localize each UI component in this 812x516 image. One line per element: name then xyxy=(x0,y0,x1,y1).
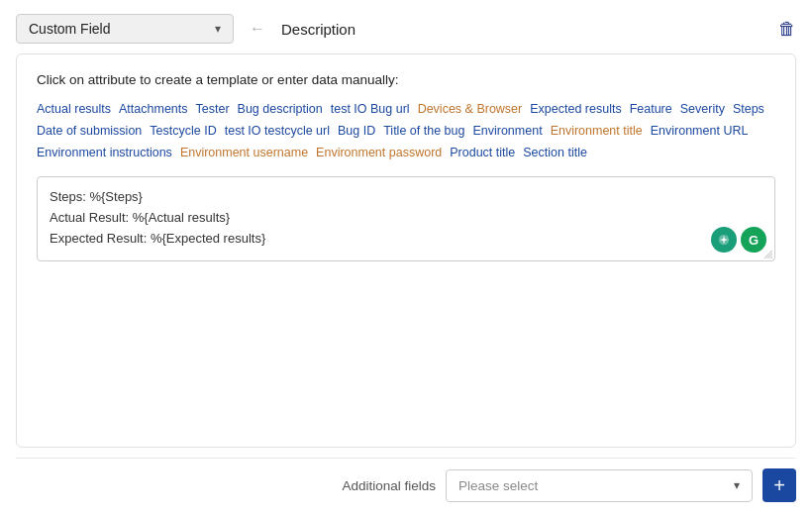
template-area: Steps: %{Steps} Actual Result: %{Actual … xyxy=(37,176,775,261)
additional-fields-dropdown[interactable]: Please select ▾ xyxy=(446,469,753,502)
tag-environment-instructions[interactable]: Environment instructions xyxy=(37,145,172,160)
additional-fields-label: Additional fields xyxy=(342,478,436,493)
tag-environment-title[interactable]: Environment title xyxy=(551,123,643,139)
custom-field-dropdown[interactable]: Custom Field ▾ xyxy=(16,14,234,44)
tag-actual-results[interactable]: Actual results xyxy=(37,101,111,117)
tag-bug-id[interactable]: Bug ID xyxy=(338,123,375,139)
svg-line-3 xyxy=(770,257,772,258)
tag-attachments[interactable]: Attachments xyxy=(119,101,187,117)
add-field-button[interactable]: + xyxy=(762,468,796,502)
tag-devices-browser[interactable]: Devices & Browser xyxy=(418,101,523,117)
tag-test-io-bug-url[interactable]: test IO Bug url xyxy=(331,101,410,117)
tag-date-of-submission[interactable]: Date of submission xyxy=(37,123,142,139)
tag-tester[interactable]: Tester xyxy=(196,101,230,117)
tag-section-title[interactable]: Section title xyxy=(523,145,587,160)
resize-handle[interactable] xyxy=(762,249,772,258)
tag-environment[interactable]: Environment xyxy=(472,123,542,139)
description-label: Description xyxy=(281,21,355,38)
tag-title-of-bug[interactable]: Title of the bug xyxy=(383,123,464,139)
tag-environment-username[interactable]: Environment username xyxy=(180,145,308,160)
ai-icon[interactable] xyxy=(711,227,737,253)
template-textarea[interactable]: Steps: %{Steps} Actual Result: %{Actual … xyxy=(38,177,774,257)
instruction-text: Click on attribute to create a template … xyxy=(37,72,775,87)
custom-field-chevron: ▾ xyxy=(215,22,221,36)
custom-field-label: Custom Field xyxy=(29,21,110,37)
tag-environment-url[interactable]: Environment URL xyxy=(651,123,749,139)
tag-expected-results[interactable]: Expected results xyxy=(530,101,621,117)
textarea-icons: G xyxy=(711,227,766,253)
tag-product-title[interactable]: Product title xyxy=(450,145,515,160)
tag-bug-description[interactable]: Bug description xyxy=(238,101,323,117)
tag-environment-password[interactable]: Environment password xyxy=(316,145,442,160)
footer-row: Additional fields Please select ▾ + xyxy=(16,464,796,508)
tag-test-io-testcycle-url[interactable]: test IO testcycle url xyxy=(225,123,330,139)
main-card: Click on attribute to create a template … xyxy=(16,53,796,448)
tag-steps[interactable]: Steps xyxy=(733,101,764,117)
tag-feature[interactable]: Feature xyxy=(630,101,672,117)
divider xyxy=(16,458,796,459)
please-select-placeholder: Please select xyxy=(458,478,538,493)
tag-testcycle-id[interactable]: Testcycle ID xyxy=(150,123,216,139)
tag-severity[interactable]: Severity xyxy=(680,101,725,117)
additional-fields-chevron: ▾ xyxy=(734,478,740,492)
trash-icon[interactable]: 🗑 xyxy=(778,19,796,40)
tags-section: Actual results Attachments Tester Bug de… xyxy=(37,101,775,160)
back-arrow-icon: ← xyxy=(250,20,265,38)
header-row: Custom Field ▾ ← Description 🗑 xyxy=(16,8,796,53)
